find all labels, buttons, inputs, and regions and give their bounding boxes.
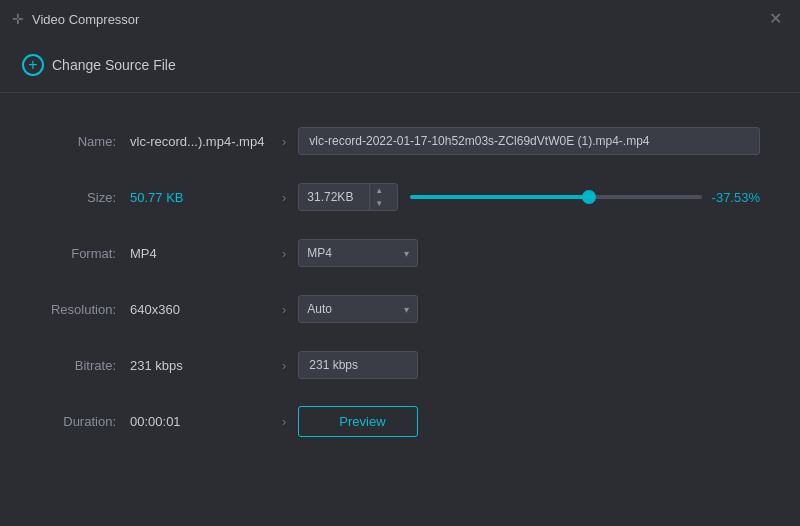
resolution-row: Resolution: 640x360 › Auto ▾ [40,291,760,327]
resolution-select[interactable]: Auto ▾ [298,295,418,323]
format-source-value: MP4 [130,246,270,261]
toolbar: + Change Source File [0,38,800,92]
format-chevron-icon: ▾ [404,248,409,259]
size-slider-container: -37.53% [410,190,760,205]
bitrate-label: Bitrate: [40,358,130,373]
preview-button[interactable]: Preview [298,406,418,437]
size-target-value: 31.72KB ▲ ▼ -37.53% [298,183,760,211]
app-title: Video Compressor [32,12,139,27]
size-source-value: 50.77 KB [130,190,270,205]
close-button[interactable]: ✕ [763,9,788,29]
bitrate-row: Bitrate: 231 kbps › [40,347,760,383]
plus-circle-icon: + [22,54,44,76]
size-spinner-down[interactable]: ▼ [370,197,388,210]
duration-label: Duration: [40,414,130,429]
size-input[interactable]: 31.72KB [299,185,369,209]
resolution-arrow-icon: › [282,302,286,317]
resolution-target-value: Auto ▾ [298,295,760,323]
size-slider[interactable] [410,195,701,199]
size-arrow-icon: › [282,190,286,205]
size-spinner-up[interactable]: ▲ [370,184,388,197]
format-arrow-icon: › [282,246,286,261]
name-label: Name: [40,134,130,149]
resolution-source-value: 640x360 [130,302,270,317]
main-content: Name: vlc-record...).mp4-.mp4 › vlc-reco… [0,103,800,479]
name-row: Name: vlc-record...).mp4-.mp4 › vlc-reco… [40,123,760,159]
size-percent-label: -37.53% [712,190,760,205]
format-select[interactable]: MP4 ▾ [298,239,418,267]
resolution-chevron-icon: ▾ [404,304,409,315]
name-display-field: vlc-record-2022-01-17-10h52m03s-ZCl69dVt… [298,127,760,155]
separator [0,92,800,93]
change-source-button[interactable]: + Change Source File [14,48,184,82]
change-source-label: Change Source File [52,57,176,73]
size-spinner[interactable]: 31.72KB ▲ ▼ [298,183,398,211]
duration-arrow-icon: › [282,414,286,429]
title-bar: ✛ Video Compressor ✕ [0,0,800,38]
spinner-buttons: ▲ ▼ [369,184,388,210]
name-arrow-icon: › [282,134,286,149]
resolution-select-label: Auto [307,302,332,316]
size-label: Size: [40,190,130,205]
bitrate-input[interactable] [298,351,418,379]
size-row: Size: 50.77 KB › 31.72KB ▲ ▼ -37.53% [40,179,760,215]
name-source-value: vlc-record...).mp4-.mp4 [130,134,270,149]
format-target-value: MP4 ▾ [298,239,760,267]
size-controls: 31.72KB ▲ ▼ -37.53% [298,183,760,211]
duration-source-value: 00:00:01 [130,414,270,429]
name-target-value: vlc-record-2022-01-17-10h52m03s-ZCl69dVt… [298,127,760,155]
format-row: Format: MP4 › MP4 ▾ [40,235,760,271]
bitrate-target-value [298,351,760,379]
format-select-label: MP4 [307,246,332,260]
duration-target-value: Preview [298,406,760,437]
format-label: Format: [40,246,130,261]
bitrate-arrow-icon: › [282,358,286,373]
bitrate-source-value: 231 kbps [130,358,270,373]
resolution-label: Resolution: [40,302,130,317]
drag-icon: ✛ [12,11,24,27]
title-bar-left: ✛ Video Compressor [12,11,139,27]
duration-row: Duration: 00:00:01 › Preview [40,403,760,439]
